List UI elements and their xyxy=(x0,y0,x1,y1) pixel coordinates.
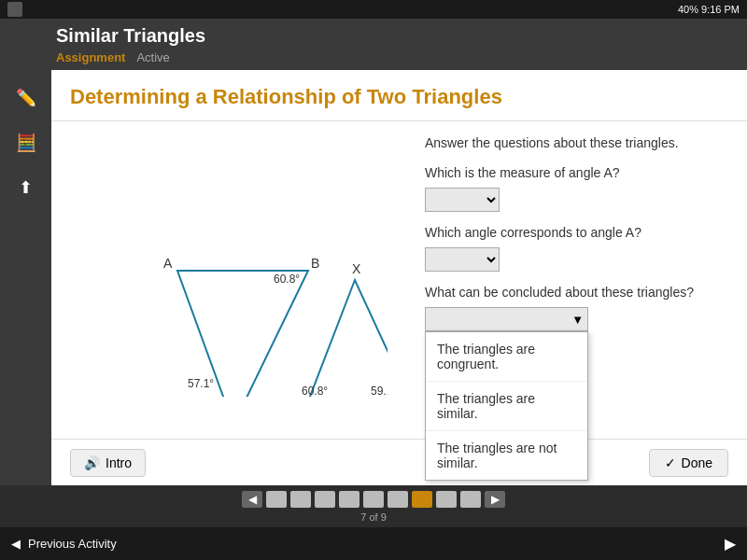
time-status: 9:16 PM xyxy=(701,4,740,15)
header-meta: Assignment Active xyxy=(56,50,205,64)
calculator-icon[interactable]: 🧮 xyxy=(9,126,43,160)
option-similar[interactable]: The triangles are similar. xyxy=(426,382,587,431)
question2-select[interactable] xyxy=(425,247,500,272)
checkmark-icon: ✓ xyxy=(665,455,676,470)
vertex-b-label: B xyxy=(311,256,319,271)
page-2[interactable] xyxy=(290,491,311,508)
intro-button[interactable]: 🔊 Intro xyxy=(70,449,146,477)
next-page-button[interactable]: ▶ xyxy=(485,491,505,508)
angle-b-label: 60.8° xyxy=(274,273,300,286)
question3-label: What can be concluded about these triang… xyxy=(425,285,728,300)
pencil-icon[interactable]: ✏️ xyxy=(9,81,43,115)
angle-y-label: 59.1° xyxy=(371,385,388,397)
page-4[interactable] xyxy=(339,491,359,508)
next-arrow-icon[interactable]: ▶ xyxy=(725,535,736,553)
header-title-block: Similar Triangles Assignment Active xyxy=(56,25,205,64)
page-9[interactable] xyxy=(460,491,481,508)
wifi-status: 40% xyxy=(678,4,698,15)
question1-select[interactable] xyxy=(425,188,500,212)
question3-group: What can be concluded about these triang… xyxy=(425,285,728,331)
main-layout: ✏️ 🧮 ⬆ Determining a Relationship of Two… xyxy=(0,70,747,485)
vertex-x-label: X xyxy=(352,261,361,276)
prev-activity-button[interactable]: ◀ Previous Activity xyxy=(11,537,117,551)
answer-instruction: Answer the questions about these triangl… xyxy=(425,135,728,150)
page-title: Similar Triangles xyxy=(56,25,205,47)
pagination-bar: ◀ ▶ 7 of 9 xyxy=(0,485,747,527)
option-congruent[interactable]: The triangles are congruent. xyxy=(426,332,587,382)
angle-c-label: 57.1° xyxy=(188,377,214,390)
question1-group: Which is the measure of angle A? xyxy=(425,165,728,212)
active-label: Active xyxy=(136,50,169,64)
question3-options-list: The triangles are congruent. The triangl… xyxy=(425,331,588,481)
lesson-header: Determining a Relationship of Two Triang… xyxy=(51,70,747,121)
question3-trigger[interactable]: ▼ xyxy=(425,307,588,331)
done-label: Done xyxy=(682,455,712,470)
assignment-label: Assignment xyxy=(56,50,125,64)
sidebar: ✏️ 🧮 ⬆ xyxy=(0,70,51,485)
question2-group: Which angle corresponds to angle A? xyxy=(425,225,728,272)
prev-page-button[interactable]: ◀ xyxy=(242,491,262,508)
question1-dropdown-row xyxy=(425,188,728,212)
option-not-similar[interactable]: The triangles are not similar. xyxy=(426,431,587,480)
page-5[interactable] xyxy=(363,491,384,508)
content-area: Determining a Relationship of Two Triang… xyxy=(51,70,747,485)
lesson-title: Determining a Relationship of Two Triang… xyxy=(70,85,502,108)
prev-arrow-icon: ◀ xyxy=(11,537,21,551)
page-6[interactable] xyxy=(388,491,408,508)
triangle-diagram: A B C 60.8° 57.1° X Z Y 60.8° 59.1° xyxy=(70,135,406,425)
status-bar: 40% 9:16 PM xyxy=(0,0,747,19)
page-7[interactable] xyxy=(412,491,432,508)
chevron-down-icon: ▼ xyxy=(571,313,584,327)
prev-activity-label: Previous Activity xyxy=(28,537,117,551)
page-count: 7 of 9 xyxy=(360,511,387,523)
speaker-icon: 🔊 xyxy=(84,455,100,470)
page-1[interactable] xyxy=(266,491,287,508)
triangle-xyz xyxy=(308,280,388,397)
content-bottom: 🔊 Intro ✓ Done xyxy=(51,439,747,485)
top-header: Similar Triangles Assignment Active xyxy=(0,19,747,70)
triangles-svg: A B C 60.8° 57.1° X Z Y 60.8° 59.1° xyxy=(70,135,388,397)
question2-label: Which angle corresponds to angle A? xyxy=(425,225,728,240)
app-icon xyxy=(7,2,22,17)
lesson-body: A B C 60.8° 57.1° X Z Y 60.8° 59.1° xyxy=(51,121,747,439)
done-button[interactable]: ✓ Done xyxy=(649,449,728,477)
angle-z-label: 60.8° xyxy=(302,385,328,397)
page-3[interactable] xyxy=(315,491,335,508)
vertex-a-label: A xyxy=(163,256,173,271)
activity-bar: ◀ Previous Activity ▶ xyxy=(0,527,747,560)
question3-dropdown-container[interactable]: ▼ The triangles are congruent. The trian… xyxy=(425,307,728,331)
intro-label: Intro xyxy=(106,455,132,470)
questions-area: Answer the questions about these triangl… xyxy=(425,135,728,425)
page-8[interactable] xyxy=(436,491,457,508)
question1-label: Which is the measure of angle A? xyxy=(425,165,728,180)
page-dots: ◀ ▶ xyxy=(242,491,505,508)
up-arrow-icon[interactable]: ⬆ xyxy=(9,171,43,204)
question2-dropdown-row xyxy=(425,247,728,272)
